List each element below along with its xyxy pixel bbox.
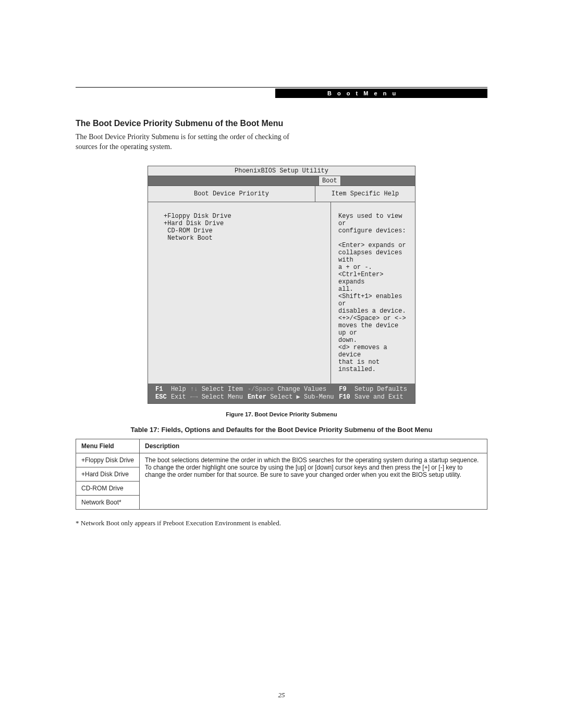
th-menu-field: Menu Field [76,439,140,453]
key-leftright: ←→ [190,393,198,401]
section-title: The Boot Device Priority Submenu of the … [76,119,487,128]
bios-col-headers: Boot Device Priority Item Specific Help [148,186,415,202]
top-rule [76,87,487,88]
bios-title: PhoenixBIOS Setup Utility [148,166,415,176]
act-exit: Exit [171,393,186,401]
table-row: +Floppy Disk Drive The boot selections d… [76,453,487,467]
act-setup-defaults: Setup Defaults [354,386,407,393]
th-description: Description [140,439,487,453]
header-tab: B o o t M e n u [275,89,487,98]
bios-footer-row-1: F1 Help ↑↓ Select Item -/Space Change Va… [153,386,410,393]
table-head-row: Menu Field Description [76,439,487,453]
bios-tab-boot: Boot [319,176,341,186]
figure-caption: Figure 17. Boot Device Priority Submenu [76,411,487,417]
content: The Boot Device Priority Submenu of the … [76,119,487,527]
table-cell-field: CD-ROM Drive [76,481,140,495]
bios-footer: F1 Help ↑↓ Select Item -/Space Change Va… [148,384,415,403]
key-f10: F10 [339,393,350,401]
act-change-values: Change Values [278,386,327,393]
key-f1: F1 [155,386,163,393]
table-cell-desc: The boot selections determine the order … [140,453,487,509]
key-updown: ↑↓ [190,386,198,393]
page-number: 25 [0,691,563,699]
key-f9: F9 [339,386,346,393]
key-esc: ESC [155,393,167,401]
bios-col-b-header: Item Specific Help [315,186,415,202]
act-select-menu: Select Menu [202,393,243,401]
act-select-sub: Select ▶ Sub-Menu [270,393,334,401]
key-space: -/Space [248,386,274,393]
header-tab-text: B o o t M e n u [327,90,398,96]
table-cell-field: +Floppy Disk Drive [76,453,140,467]
fields-table: Menu Field Description +Floppy Disk Driv… [76,439,487,510]
footnote: * Network Boot only appears if Preboot E… [76,519,487,527]
bios-body: +Floppy Disk Drive +Hard Disk Drive CD-R… [148,202,415,384]
key-enter: Enter [248,393,266,401]
bios-figure: PhoenixBIOS Setup Utility Boot Boot Devi… [148,166,415,404]
page: B o o t M e n u The Boot Device Priority… [0,0,563,728]
bios-device-list: +Floppy Disk Drive +Hard Disk Drive CD-R… [148,202,331,384]
section-intro: The Boot Device Priority Submenu is for … [76,132,295,152]
bios-col-a-header: Boot Device Priority [148,186,315,202]
act-save-exit: Save and Exit [354,393,403,401]
act-select-item: Select Item [202,386,243,393]
bios-footer-row-2: ESC Exit ←→ Select Menu Enter Select ▶ S… [153,393,410,401]
table-cell-field: +Hard Disk Drive [76,467,140,481]
bios-tabbar: Boot [148,176,415,186]
table-cell-field: Network Boot* [76,495,140,509]
act-help: Help [171,386,186,393]
table-title: Table 17: Fields, Options and Defaults f… [76,426,487,434]
bios-help-text: Keys used to view or configure devices: … [331,202,415,384]
